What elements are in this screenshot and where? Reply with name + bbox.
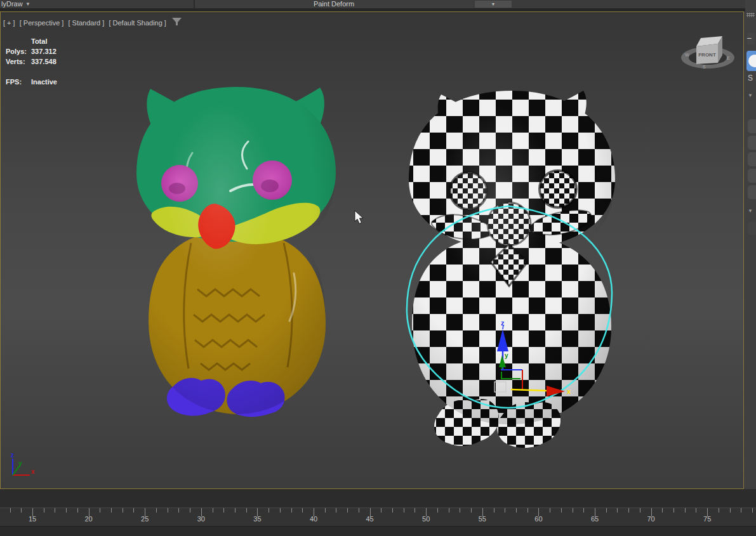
ruler-minor-tick [640,508,640,513]
ruler-minor-tick [414,508,415,513]
panel-drag-handle[interactable] [746,13,755,17]
sphere-primitive-button[interactable] [746,51,756,71]
ruler-minor-tick [449,508,449,513]
ribbon-dropdown-button[interactable]: ▼ [475,1,512,8]
ruler-minor-tick [527,508,528,513]
ruler-frame-label: 50 [422,515,430,523]
panel-button[interactable] [748,185,756,199]
paint-deform-label: Paint Deform [195,0,473,8]
panel-button[interactable] [748,152,756,166]
viewcube-east-label[interactable]: E [727,56,730,60]
tab-polydraw[interactable]: lyDraw [1,0,23,8]
ruler-minor-tick [100,508,100,513]
viewcube-west-label[interactable]: W [685,53,689,57]
scene-canvas: z y x z y x [1,12,743,488]
owl-colored[interactable] [136,87,336,417]
ruler-frame-label: 20 [84,515,92,523]
ruler-minor-tick [752,508,753,513]
time-ruler[interactable]: 15202530354045505560657075 [0,507,756,526]
rollout-minus-button[interactable]: – [747,33,755,44]
ruler-minor-tick [347,508,348,513]
axis-z-label: z [11,452,14,459]
ruler-frame-label: 30 [197,515,205,523]
ruler-frame-label: 65 [591,515,599,523]
ruler-minor-tick [437,508,438,513]
world-axis-tripod: z y x [11,452,35,475]
owl-colored-shading [136,87,336,414]
ruler-minor-tick [460,508,460,513]
ruler-minor-tick [190,508,190,513]
ruler-minor-tick [381,508,381,513]
ruler-frame-label: 55 [479,515,486,523]
ruler-minor-tick [516,508,517,513]
command-panel-sliver: – S ▼ ▼ [745,0,756,536]
ruler-minor-tick [404,508,404,513]
perspective-viewport[interactable]: [ + ] [ Perspective ] [ Standard ] [ Def… [0,11,744,489]
chevron-down-icon[interactable]: ▼ [748,208,753,214]
ruler-minor-tick [719,508,719,513]
axis-y-line [13,466,20,475]
gizmo-x-label: x [567,388,571,395]
ruler-frame-label: 70 [647,515,654,523]
ruler-minor-tick [583,508,584,513]
ruler-frame-label: 40 [310,515,317,523]
ruler-minor-tick [606,508,607,513]
ruler-minor-tick [617,508,618,513]
ruler-frame-label: 25 [141,515,149,523]
ruler-frame-label: 45 [366,515,373,523]
ribbon-tab-bar: lyDraw ▼ Paint Deform ▼ [0,0,756,9]
ruler-minor-tick [302,508,303,513]
ruler-frame-label: 15 [29,515,36,523]
sphere-icon [748,55,756,67]
ruler-minor-tick [673,508,674,513]
panel-button[interactable] [748,169,756,183]
owl-checkered[interactable] [407,91,615,448]
panel-button-disabled [748,222,756,235]
ruler-minor-tick [359,508,359,513]
viewcube-front-label: FRONT [698,52,716,58]
panel-button[interactable] [748,136,756,150]
ruler-minor-tick [123,508,123,513]
ruler-minor-tick [55,508,55,513]
ruler-minor-tick [235,508,235,513]
chevron-down-icon: ▼ [475,1,512,8]
ruler-minor-tick [269,508,269,513]
ruler-minor-tick [336,508,336,513]
ruler-minor-tick [730,508,731,513]
ruler-frame-label: 75 [703,515,711,523]
polydraw-dropdown-icon[interactable]: ▼ [25,0,30,8]
ruler-minor-tick [662,508,663,513]
track-bar-gap [0,489,756,507]
tab-paint-deform[interactable]: Paint Deform [195,0,473,8]
ruler-minor-tick [66,508,67,513]
3ds-max-window: lyDraw ▼ Paint Deform ▼ [ + ] [ Perspect… [0,0,756,536]
owl-checkered-shading [409,91,615,424]
panel-s-label: S [748,74,753,82]
chevron-down-icon[interactable]: ▼ [748,93,753,98]
gizmo-y-label: y [505,352,508,359]
ruler-minor-tick [685,508,686,513]
ruler-minor-tick [325,508,326,513]
viewcube[interactable]: FRONT W S E [681,36,734,69]
ruler-minor-tick [561,508,562,513]
ruler-minor-tick [44,508,44,513]
ruler-frame-label: 35 [253,515,261,523]
ruler-minor-tick [505,508,505,513]
viewcube-south-label[interactable]: S [703,65,706,69]
ruler-minor-tick [21,508,22,513]
ruler-minor-tick [77,508,78,513]
ruler-minor-tick [628,508,629,513]
panel-button[interactable] [748,119,756,133]
mouse-cursor [355,211,363,224]
ruler-minor-tick [178,508,179,513]
ruler-minor-tick [280,508,281,513]
ruler-frame-label: 60 [534,515,542,523]
ruler-minor-tick [168,508,168,513]
ruler-minor-tick [550,508,550,513]
ruler-minor-tick [213,508,213,513]
ruler-minor-tick [573,508,573,513]
ruler-minor-tick [471,508,472,513]
ruler-minor-tick [494,508,494,513]
ruler-minor-tick [741,508,741,513]
axis-y-label: y [18,460,22,467]
